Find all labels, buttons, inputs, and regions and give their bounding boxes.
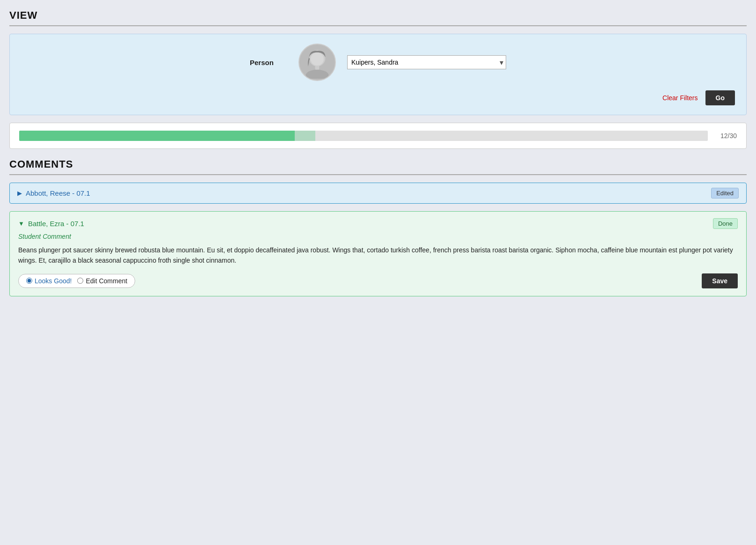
filters-row: Clear Filters Go: [21, 90, 735, 105]
radio-edit-comment-input[interactable]: [77, 278, 83, 284]
person-label: Person: [250, 59, 274, 66]
comment-person-name-abbott[interactable]: Abbott, Reese - 07.1: [26, 189, 90, 197]
go-button[interactable]: Go: [705, 90, 735, 105]
comment-row-expanded-left: ▼ Battle, Ezra - 07.1: [18, 220, 84, 228]
person-label-wrap: Person: [250, 59, 287, 66]
progress-bar-mid: [295, 131, 315, 141]
radio-group: Looks Good! Edit Comment: [18, 274, 135, 288]
edited-badge-abbott: Edited: [711, 188, 739, 199]
comment-actions-row: Looks Good! Edit Comment Save: [18, 273, 738, 288]
comment-row-header-abbott: ▶ Abbott, Reese - 07.1: [17, 189, 90, 197]
student-comment-label: Student Comment: [18, 233, 738, 240]
comment-person-name-battle[interactable]: Battle, Ezra - 07.1: [28, 220, 84, 228]
comments-title: COMMENTS: [9, 158, 747, 170]
avatar-icon: [301, 46, 334, 79]
save-button[interactable]: Save: [702, 273, 738, 288]
radio-looks-good[interactable]: Looks Good!: [26, 277, 72, 285]
progress-bar-fill: [19, 131, 295, 141]
comment-row-expanded-header-battle: ▼ Battle, Ezra - 07.1 Done: [18, 218, 738, 229]
view-divider: [9, 25, 747, 26]
svg-point-2: [311, 52, 324, 66]
comment-body-battle: Beans plunger pot saucer skinny brewed r…: [18, 245, 738, 266]
person-select[interactable]: Kuipers, Sandra: [347, 55, 506, 69]
avatar: [298, 44, 336, 81]
comment-row-battle: ▼ Battle, Ezra - 07.1 Done Student Comme…: [9, 211, 747, 296]
radio-looks-good-label: Looks Good!: [35, 277, 72, 285]
svg-point-0: [306, 70, 329, 79]
radio-edit-comment-label: Edit Comment: [86, 277, 127, 285]
page-title: VIEW: [9, 9, 747, 22]
progress-label: 12/30: [713, 132, 737, 140]
radio-looks-good-input[interactable]: [26, 278, 32, 284]
toggle-arrow-battle[interactable]: ▼: [18, 220, 24, 227]
progress-card: 12/30: [9, 123, 747, 149]
person-select-wrap[interactable]: Kuipers, Sandra ▾: [347, 55, 506, 69]
progress-bar: [19, 131, 708, 141]
comments-divider: [9, 174, 747, 175]
view-card-inner: Person Kuipers, Sandra ▾: [21, 44, 735, 81]
radio-edit-comment[interactable]: Edit Comment: [77, 277, 127, 285]
done-badge-battle: Done: [713, 218, 738, 229]
svg-rect-3: [315, 66, 320, 70]
toggle-arrow-abbott[interactable]: ▶: [17, 190, 22, 197]
view-card: Person Kuipers, Sandra ▾: [9, 34, 747, 115]
clear-filters-button[interactable]: Clear Filters: [662, 94, 698, 102]
comment-row-abbott: ▶ Abbott, Reese - 07.1 Edited: [9, 183, 747, 204]
